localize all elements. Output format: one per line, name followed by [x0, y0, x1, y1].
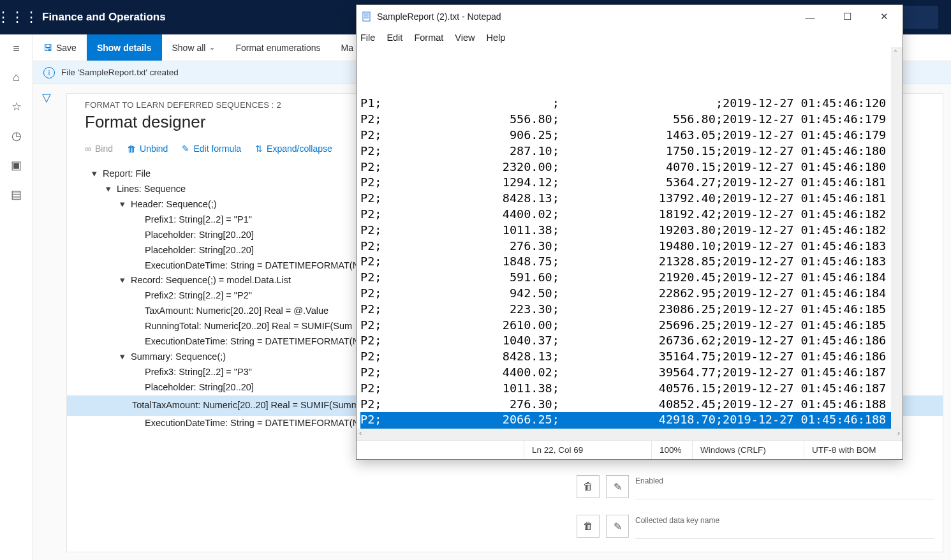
favorites-icon[interactable]: ☆	[11, 99, 22, 114]
text-line[interactable]: P2; 1011.38; 19203.80;2019-12-27 01:45:4…	[360, 223, 899, 239]
text-line[interactable]: P2; 556.80; 556.80;2019-12-27 01:45:46:1…	[360, 112, 899, 128]
text-line[interactable]: P2; 8428.13; 35164.75;2019-12-27 01:45:4…	[360, 349, 899, 365]
tree-node-label: ExecutionDateTime: String = DATETIMEFORM…	[145, 336, 359, 346]
expand-icon: ⇅	[255, 144, 263, 154]
status-position: Ln 22, Col 69	[524, 441, 651, 459]
text-line[interactable]: P2; 2320.00; 4070.15;2019-12-27 01:45:46…	[360, 159, 899, 175]
tree-node-label: Placeholder: String[20..20]	[145, 245, 254, 255]
notepad-menubar[interactable]: FileEditFormatViewHelp	[357, 28, 903, 47]
horizontal-scrollbar[interactable]	[357, 429, 903, 440]
show-details-button[interactable]: Show details	[87, 34, 162, 61]
tree-node-label: TaxAmount: Numeric[20..20] Real = @.Valu…	[145, 306, 328, 316]
text-line[interactable]: P2; 1011.38; 40576.15;2019-12-27 01:45:4…	[360, 381, 899, 397]
waffle-icon[interactable]: ⋮⋮⋮	[0, 0, 34, 34]
text-line[interactable]: P2; 8428.13; 13792.40;2019-12-27 01:45:4…	[360, 191, 899, 207]
menu-file[interactable]: File	[360, 33, 375, 43]
text-line[interactable]: P2; 276.30; 40852.45;2019-12-27 01:45:46…	[360, 397, 899, 413]
text-line[interactable]: P2; 591.60; 21920.45;2019-12-27 01:45:46…	[360, 270, 899, 286]
tree-node-label: RunningTotal: Numeric[20..20] Real = SUM…	[145, 321, 352, 331]
notepad-window[interactable]: SampleReport (2).txt - Notepad — ☐ ✕ Fil…	[356, 4, 903, 460]
tree-node-label: Placeholder: String[20..20]	[145, 382, 254, 392]
svg-rect-0	[363, 12, 370, 21]
modules-icon[interactable]: ▤	[11, 188, 22, 202]
text-line[interactable]: P2; 1294.12; 5364.27;2019-12-27 01:45:46…	[360, 175, 899, 191]
text-line[interactable]: P2; 2610.00; 25696.25;2019-12-27 01:45:4…	[360, 318, 899, 334]
text-line[interactable]: P2; 1040.37; 26736.62;2019-12-27 01:45:4…	[360, 333, 899, 349]
info-icon: i	[43, 67, 55, 78]
link-icon: ∞	[85, 144, 91, 154]
unbind-button[interactable]: 🗑 Unbind	[127, 144, 168, 154]
minimize-button[interactable]: —	[792, 5, 829, 28]
text-line[interactable]: P2; 4400.02; 18192.42;2019-12-27 01:45:4…	[360, 207, 899, 223]
filter-icon[interactable]: ▽	[42, 91, 51, 105]
show-all-button[interactable]: Show all ⌄	[162, 34, 226, 61]
delete-button[interactable]: 🗑	[577, 475, 600, 498]
prop-key-name: 🗑 ✎ Collected data key name	[577, 510, 934, 543]
home-icon[interactable]: ⌂	[13, 71, 20, 84]
close-button[interactable]: ✕	[866, 5, 903, 28]
text-line[interactable]: P2; 276.30; 19480.10;2019-12-27 01:45:46…	[360, 239, 899, 254]
menu-edit[interactable]: Edit	[387, 33, 402, 43]
text-line[interactable]: P2; 223.30; 23086.25;2019-12-27 01:45:46…	[360, 302, 899, 318]
tree-node-label: Prefix3: String[2..2] = "P3"	[145, 367, 252, 377]
tree-node-label: Record: Sequence(;) = model.Data.List	[131, 275, 291, 285]
workspaces-icon[interactable]: ▣	[11, 158, 22, 172]
text-line[interactable]: P2; 1848.75; 21328.85;2019-12-27 01:45:4…	[360, 254, 899, 270]
tree-node-label: Placeholder: String[20..20]	[145, 230, 254, 240]
chevron-down-icon: ⌄	[209, 43, 215, 52]
expand-collapse-button[interactable]: ⇅ Expand/collapse	[255, 144, 332, 154]
format-enumerations-button[interactable]: Format enumerations	[225, 34, 330, 61]
caret-icon[interactable]: ▾	[118, 197, 127, 212]
prop-enabled: 🗑 ✎ Enabled	[577, 470, 934, 503]
bind-button[interactable]: ∞ Bind	[85, 144, 113, 154]
text-line[interactable]: P1; ; ;2019-12-27 01:45:46:120	[360, 96, 899, 112]
window-titlebar[interactable]: SampleReport (2).txt - Notepad — ☐ ✕	[357, 5, 903, 28]
text-line[interactable]: P2; 4400.02; 39564.77;2019-12-27 01:45:4…	[360, 365, 899, 381]
window-title: SampleReport (2).txt - Notepad	[377, 11, 792, 22]
notepad-statusbar: Ln 22, Col 69 100% Windows (CRLF) UTF-8 …	[357, 440, 903, 459]
edit-button[interactable]: ✎	[606, 475, 629, 498]
menu-icon[interactable]: ≡	[13, 42, 20, 55]
caret-icon[interactable]: ▾	[118, 350, 127, 365]
tree-node-label: Header: Sequence(;)	[131, 199, 217, 209]
notification-text: File 'SampleReport.txt' created	[61, 68, 179, 77]
text-line[interactable]: P2; 906.25; 1463.05;2019-12-27 01:45:46:…	[360, 128, 899, 144]
save-icon: 🖫	[43, 43, 52, 53]
vertical-scrollbar[interactable]	[891, 47, 903, 429]
save-button[interactable]: 🖫 Save	[33, 34, 87, 61]
tree-node-label: ExecutionDateTime: String = DATETIMEFORM…	[145, 260, 359, 270]
nav-rail: ≡ ⌂ ☆ ◷ ▣ ▤	[0, 34, 33, 560]
status-encoding: UTF-8 with BOM	[804, 441, 903, 459]
caret-icon[interactable]: ▾	[90, 166, 99, 182]
text-line[interactable]: P2; 287.10; 1750.15;2019-12-27 01:45:46:…	[360, 144, 899, 159]
menu-help[interactable]: Help	[486, 33, 505, 43]
recent-icon[interactable]: ◷	[11, 129, 22, 143]
tree-node-label: Report: File	[103, 168, 151, 179]
prop-key-label: Collected data key name	[635, 513, 934, 539]
edit-button[interactable]: ✎	[606, 515, 629, 538]
text-line[interactable]: P2; 2066.25; 42918.70;2019-12-27 01:45:4…	[360, 412, 899, 428]
delete-button[interactable]: 🗑	[577, 515, 600, 538]
caret-icon[interactable]: ▾	[118, 273, 127, 288]
delete-icon: 🗑	[127, 144, 136, 154]
maximize-button[interactable]: ☐	[829, 5, 866, 28]
pencil-icon: ✎	[182, 144, 189, 154]
text-line[interactable]: P2; 942.50; 22862.95;2019-12-27 01:45:46…	[360, 286, 899, 302]
tree-node-label: Prefix1: String[2..2] = "P1"	[145, 214, 252, 225]
tree-node-label: Lines: Sequence	[117, 184, 186, 194]
status-eol: Windows (CRLF)	[692, 441, 804, 459]
status-zoom: 100%	[651, 441, 692, 459]
menu-format[interactable]: Format	[414, 33, 443, 43]
edit-formula-button[interactable]: ✎ Edit formula	[182, 144, 241, 154]
tree-node-label: Prefix2: String[2..2] = "P2"	[145, 290, 252, 300]
notepad-text-area[interactable]: P1; ; ;2019-12-27 01:45:46:120P2; 556.80…	[357, 47, 903, 429]
notepad-icon	[362, 11, 373, 22]
tree-node-label: Summary: Sequence(;)	[131, 351, 226, 362]
prop-enabled-label: Enabled	[635, 474, 934, 499]
caret-icon[interactable]: ▾	[104, 182, 113, 197]
menu-view[interactable]: View	[455, 33, 475, 43]
app-title: Finance and Operations	[34, 11, 166, 24]
